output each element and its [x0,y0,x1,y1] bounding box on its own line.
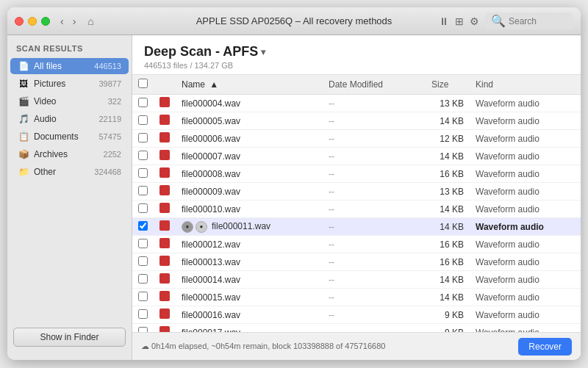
sidebar-count-pictures: 39877 [98,79,121,88]
col-header-size[interactable]: Size [426,75,470,95]
table-row[interactable]: file000005.wav--14 KBWaveform audio [132,112,581,130]
window-title: APPLE SSD AP0256Q – All recovery methods [196,15,392,26]
file-kind: Waveform audio [470,165,581,183]
file-date: -- [323,165,426,183]
file-size: 9 KB [426,324,470,333]
table-row[interactable]: ●●file000011.wav--14 KBWaveform audio [132,218,581,236]
table-row[interactable]: file000006.wav--12 KBWaveform audio [132,130,581,148]
row-checkbox[interactable] [138,151,148,160]
file-table-body: file000004.wav--13 KBWaveform audiofile0… [132,95,581,333]
table-row[interactable]: file000009.wav--13 KBWaveform audio [132,183,581,201]
row-checkbox[interactable] [138,274,148,284]
file-kind: Waveform audio [470,148,581,165]
file-kind: Waveform audio [470,95,581,112]
table-row[interactable]: file000014.wav--14 KBWaveform audio [132,271,581,289]
file-date: -- [323,306,426,324]
row-checkbox[interactable] [138,327,148,333]
home-button[interactable]: ⌂ [83,14,98,29]
sidebar-label-archives: Archives [34,149,99,159]
row-checkbox[interactable] [138,203,148,213]
search-box[interactable]: 🔍 [485,12,573,29]
archives-icon: 📦 [18,148,29,160]
file-icon [159,203,170,213]
show-in-finder-button[interactable]: Show in Finder [13,328,126,347]
row-checkbox[interactable] [138,309,148,319]
table-row[interactable]: file000008.wav--16 KBWaveform audio [132,165,581,183]
sidebar: Scan results 📄 All files 446513 🖼 Pictur… [7,35,132,360]
file-size: 16 KB [426,253,470,271]
file-date: -- [323,271,426,289]
table-row[interactable]: file000016.wav--9 KBWaveform audio [132,306,581,324]
content-area: Scan results 📄 All files 446513 🖼 Pictur… [7,35,581,360]
settings-button[interactable]: ⚙ [470,15,479,27]
col-header-check[interactable] [132,75,154,95]
row-checkbox[interactable] [138,115,148,125]
file-name: file000006.wav [176,130,323,148]
table-row[interactable]: file000017.wav--9 KBWaveform audio [132,324,581,333]
row-checkbox[interactable] [138,239,148,248]
sidebar-item-pictures[interactable]: 🖼 Pictures 39877 [10,76,129,92]
sidebar-label-all-files: All files [34,61,90,71]
back-button[interactable]: ‹ [57,14,67,29]
row-checkbox[interactable] [138,221,148,231]
table-row[interactable]: file000007.wav--14 KBWaveform audio [132,148,581,165]
recover-button[interactable]: Recover [518,338,572,356]
action-icons[interactable]: ●● [182,221,207,233]
file-icon [159,167,170,178]
search-input[interactable] [509,16,567,26]
select-all-checkbox[interactable] [138,79,148,88]
sidebar-count-archives: 2252 [104,150,121,159]
documents-icon: 📋 [18,131,29,142]
minimize-button[interactable] [28,17,37,26]
col-header-kind[interactable]: Kind [470,75,581,95]
row-checkbox[interactable] [138,292,148,301]
status-text: ☁ 0h14m elapsed, ~0h54m remain, block 10… [141,342,518,351]
sidebar-item-archives[interactable]: 📦 Archives 2252 [10,146,129,162]
sidebar-item-video[interactable]: 🎬 Video 322 [10,93,129,109]
table-row[interactable]: file000004.wav--13 KBWaveform audio [132,95,581,112]
sidebar-item-other[interactable]: 📁 Other 324468 [10,164,129,180]
maximize-button[interactable] [41,17,50,26]
row-checkbox[interactable] [138,168,148,178]
file-date: -- [323,324,426,333]
file-kind: Waveform audio [470,201,581,218]
grid-view-button[interactable]: ⊞ [455,15,464,27]
preview-action-icon[interactable]: ● [182,221,193,233]
sidebar-section-title: Scan results [7,43,132,57]
row-checkbox[interactable] [138,133,148,142]
sidebar-label-video: Video [34,96,104,107]
titlebar-right: ⏸ ⊞ ⚙ 🔍 [439,12,573,29]
file-date: -- [323,218,426,236]
table-row[interactable]: file000015.wav--14 KBWaveform audio [132,289,581,306]
table-row[interactable]: file000013.wav--16 KBWaveform audio [132,253,581,271]
table-row[interactable]: file000012.wav--16 KBWaveform audio [132,236,581,253]
row-checkbox[interactable] [138,98,148,107]
file-name: file000016.wav [176,306,323,324]
sidebar-item-audio[interactable]: 🎵 Audio 22119 [10,111,129,127]
file-icon [159,115,170,125]
close-button[interactable] [15,17,24,26]
file-date: -- [323,148,426,165]
file-kind: Waveform audio [470,112,581,130]
col-header-name[interactable]: Name ▲ [176,75,323,95]
file-kind: Waveform audio [470,306,581,324]
file-date: -- [323,95,426,112]
recover-action-icon[interactable]: ● [196,221,207,233]
forward-button[interactable]: › [70,14,79,29]
title-dropdown-arrow[interactable]: ▾ [261,47,265,57]
file-icon [159,97,170,107]
col-header-date[interactable]: Date Modified [323,75,426,95]
row-checkbox[interactable] [138,256,148,266]
video-icon: 🎬 [18,95,29,107]
sidebar-count-other: 324468 [94,167,121,176]
file-size: 9 KB [426,306,470,324]
table-row[interactable]: file000010.wav--14 KBWaveform audio [132,201,581,218]
pause-button[interactable]: ⏸ [439,15,449,27]
all-files-icon: 📄 [18,60,29,72]
row-checkbox[interactable] [138,186,148,195]
sidebar-item-all-files[interactable]: 📄 All files 446513 [10,58,129,74]
file-table-container[interactable]: Name ▲ Date Modified Size Kind file00000… [132,75,581,332]
file-name: file000014.wav [176,271,323,289]
sidebar-item-documents[interactable]: 📋 Documents 57475 [10,129,129,145]
file-kind: Waveform audio [470,324,581,333]
